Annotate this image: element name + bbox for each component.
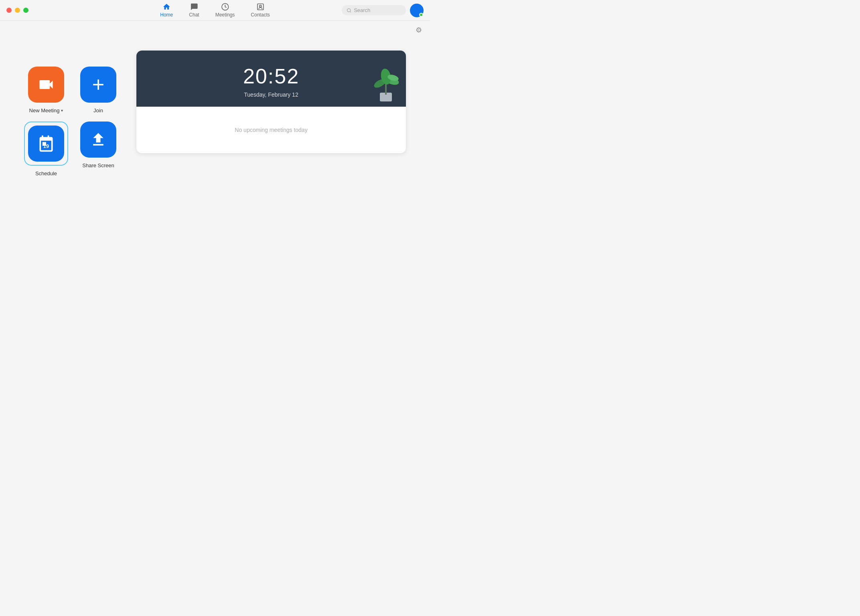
- fullscreen-button[interactable]: [23, 8, 28, 13]
- share-screen-label: Share Screen: [82, 162, 114, 168]
- svg-line-4: [350, 11, 351, 12]
- join-icon-box: [80, 67, 116, 103]
- schedule-icon-box: 19: [28, 126, 64, 162]
- tab-contacts[interactable]: Contacts: [243, 1, 278, 19]
- camera-icon: [37, 76, 55, 93]
- plant-decoration: [366, 63, 406, 107]
- svg-point-2: [260, 5, 262, 7]
- action-item-schedule[interactable]: 19 Schedule: [24, 122, 68, 176]
- calendar-body: No upcoming meetings today: [136, 107, 406, 153]
- join-label: Join: [93, 107, 103, 113]
- tab-chat[interactable]: Chat: [181, 1, 207, 19]
- avatar[interactable]: [410, 4, 424, 17]
- calendar-widget: 20:52 Tuesday, February 12 No upcoming m…: [136, 51, 406, 153]
- traffic-lights: [6, 8, 28, 13]
- share-screen-icon-box: [80, 122, 116, 158]
- settings-area: ⚙: [0, 21, 430, 34]
- search-bar[interactable]: [342, 5, 406, 15]
- search-input[interactable]: [354, 7, 401, 13]
- chevron-down-icon: ▾: [61, 108, 63, 113]
- new-meeting-label: New Meeting ▾: [29, 107, 63, 113]
- tab-meetings[interactable]: Meetings: [207, 1, 243, 19]
- action-item-share-screen[interactable]: Share Screen: [76, 122, 120, 176]
- online-indicator: [419, 13, 423, 17]
- minimize-button[interactable]: [15, 8, 20, 13]
- schedule-selected-border: 19: [24, 122, 68, 166]
- plus-icon: [89, 76, 107, 93]
- upload-icon: [89, 131, 107, 148]
- search-icon: [347, 8, 351, 13]
- calendar-icon: 19: [37, 135, 55, 152]
- tab-home[interactable]: Home: [152, 1, 181, 19]
- no-meetings-text: No upcoming meetings today: [144, 127, 398, 133]
- nav-right: [342, 4, 424, 17]
- svg-point-3: [347, 8, 351, 12]
- main-content: New Meeting ▾ Join 19: [0, 34, 430, 306]
- settings-icon[interactable]: ⚙: [416, 26, 422, 34]
- svg-text:19: 19: [43, 143, 49, 149]
- action-item-join[interactable]: Join: [76, 67, 120, 113]
- titlebar: Home Chat Meetings Contacts: [0, 0, 430, 21]
- clock-header: 20:52 Tuesday, February 12: [136, 51, 406, 107]
- close-button[interactable]: [6, 8, 12, 13]
- schedule-label: Schedule: [35, 170, 57, 176]
- action-item-new-meeting[interactable]: New Meeting ▾: [24, 67, 68, 113]
- new-meeting-icon-box: [28, 67, 64, 103]
- main-nav: Home Chat Meetings Contacts: [152, 1, 278, 19]
- actions-grid: New Meeting ▾ Join 19: [24, 43, 120, 176]
